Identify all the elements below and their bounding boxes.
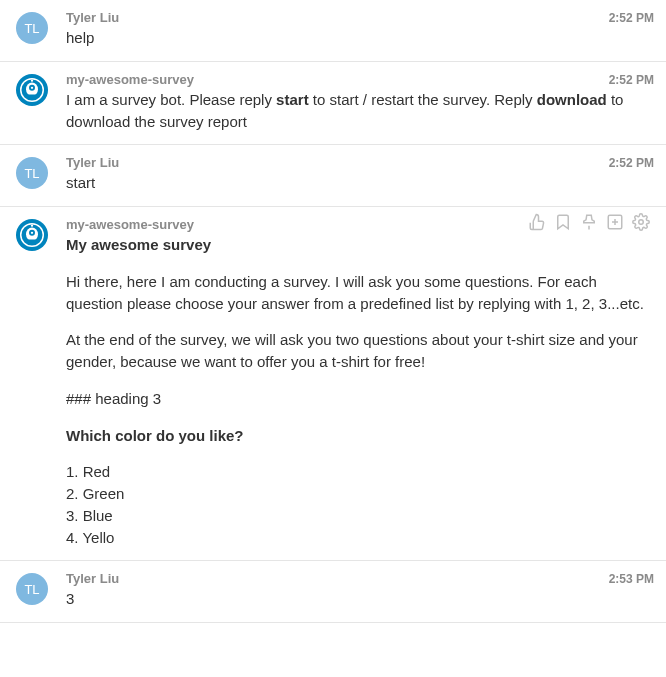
message: TL Tyler Liu 2:52 PM start <box>0 145 666 207</box>
message-body: I am a survey bot. Please reply start to… <box>66 89 654 133</box>
timestamp: 2:52 PM <box>609 11 654 25</box>
timestamp: 2:52 PM <box>609 73 654 87</box>
avatar: TL <box>16 573 48 605</box>
survey-option: 3. Blue <box>66 505 654 527</box>
survey-intro: Hi there, here I am conducting a survey.… <box>66 271 654 315</box>
message-content: Tyler Liu 2:53 PM 3 <box>66 571 654 610</box>
message-text: I am a survey bot. Please reply start to… <box>66 89 654 133</box>
svg-rect-11 <box>28 240 37 242</box>
message: TL Tyler Liu 2:53 PM 3 <box>0 561 666 623</box>
gear-icon[interactable] <box>632 213 650 231</box>
sender-name: my-awesome-survey <box>66 217 194 232</box>
avatar: TL <box>16 12 48 44</box>
survey-option: 4. Yello <box>66 527 654 549</box>
svg-point-13 <box>639 220 644 225</box>
survey-question: Which color do you like? <box>66 425 654 447</box>
survey-option: 2. Green <box>66 483 654 505</box>
svg-point-4 <box>31 79 33 81</box>
svg-point-10 <box>31 225 33 227</box>
message: my-awesome-survey 2:52 PM My awesome sur… <box>0 207 666 561</box>
message-content: Tyler Liu 2:52 PM help <box>66 10 654 49</box>
message-body: 3 <box>66 588 654 610</box>
sender-name: my-awesome-survey <box>66 72 194 87</box>
bookmark-icon[interactable] <box>554 213 572 231</box>
add-icon[interactable] <box>606 213 624 231</box>
bot-icon <box>20 223 44 247</box>
thumbs-up-icon[interactable] <box>528 213 546 231</box>
bot-icon <box>20 78 44 102</box>
survey-title: My awesome survey <box>66 234 654 256</box>
message: my-awesome-survey 2:52 PM I am a survey … <box>0 62 666 146</box>
message-text: 3 <box>66 588 654 610</box>
message-body: start <box>66 172 654 194</box>
message-content: Tyler Liu 2:52 PM start <box>66 155 654 194</box>
timestamp: 2:52 PM <box>609 156 654 170</box>
message-content: my-awesome-survey 2:52 PM My awesome sur… <box>66 217 654 548</box>
svg-point-3 <box>31 86 33 88</box>
avatar <box>16 219 48 251</box>
avatar: TL <box>16 157 48 189</box>
avatar <box>16 74 48 106</box>
survey-option: 1. Red <box>66 461 654 483</box>
survey-heading3: ### heading 3 <box>66 388 654 410</box>
svg-rect-5 <box>28 94 37 96</box>
survey-options: 1. Red 2. Green 3. Blue 4. Yello <box>66 461 654 548</box>
message: TL Tyler Liu 2:52 PM help <box>0 0 666 62</box>
pin-icon[interactable] <box>580 213 598 231</box>
message-body: My awesome survey Hi there, here I am co… <box>66 234 654 548</box>
message-text: start <box>66 172 654 194</box>
message-content: my-awesome-survey 2:52 PM I am a survey … <box>66 72 654 133</box>
sender-name: Tyler Liu <box>66 10 119 25</box>
sender-name: Tyler Liu <box>66 155 119 170</box>
message-actions <box>528 213 650 231</box>
survey-tshirt: At the end of the survey, we will ask yo… <box>66 329 654 373</box>
sender-name: Tyler Liu <box>66 571 119 586</box>
message-body: help <box>66 27 654 49</box>
svg-point-9 <box>31 232 33 234</box>
message-text: help <box>66 27 654 49</box>
timestamp: 2:53 PM <box>609 572 654 586</box>
